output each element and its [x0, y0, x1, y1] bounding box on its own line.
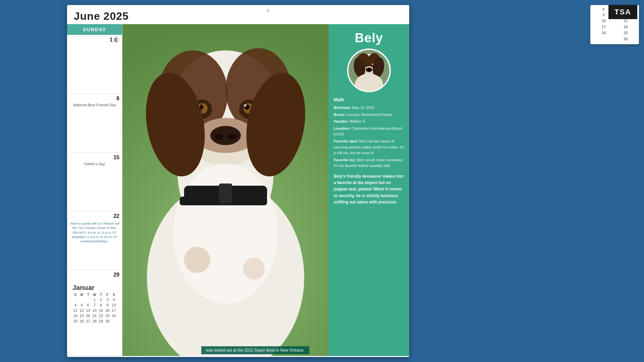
mini-col-s2: S — [111, 293, 117, 297]
week-2-event: National Best Friends Day — [70, 103, 119, 107]
mini-r5c4: 28 — [92, 319, 97, 323]
week-2-cell: 8 National Best Friends Day — [67, 94, 122, 152]
dog-svg-illustration — [122, 24, 329, 356]
mini-cal-month-label: Januar — [72, 284, 117, 292]
mini-col-m: M — [79, 293, 85, 297]
bottom-bar-text: was tested out at the 2012 Super Bowl in… — [201, 346, 309, 354]
fav-spot-row: Favorite spot: Bely has two years of sec… — [334, 138, 404, 156]
dog-avatar-svg — [348, 49, 389, 92]
cursor-indicator — [267, 9, 269, 12]
calendar-sidebar: SUNDAY 1 8 National Best Friends Day 15 … — [67, 24, 122, 356]
right-r4c2: 25 — [615, 30, 637, 36]
mini-r5c6: 30 — [105, 319, 110, 323]
birthdate-label: Birthdate: — [334, 106, 351, 110]
mini-r5c2: 26 — [79, 319, 85, 323]
svg-point-10 — [228, 134, 236, 140]
calendar-body: SUNDAY 1 8 National Best Friends Day 15 … — [67, 24, 409, 356]
mini-r1c3 — [85, 297, 91, 302]
week-1-day-number: 1 — [110, 37, 113, 43]
week-4-day-number: 22 — [70, 213, 119, 219]
mini-r3c7: 17 — [111, 308, 117, 313]
mini-r3c4: 14 — [92, 308, 97, 313]
fav-toy-row: Favorite toy: Bely would move mountains … — [334, 157, 404, 169]
mini-r5c1: 25 — [72, 319, 78, 323]
right-r3c1: 17 — [593, 24, 614, 29]
handler-label: Handler: — [334, 119, 349, 123]
mini-r1c5: 2 — [98, 297, 104, 302]
mini-r2c3: 6 — [85, 303, 91, 307]
mini-r4c3: 20 — [85, 313, 91, 318]
mini-r5c5: 29 — [98, 319, 104, 323]
day-column-header: SUNDAY — [67, 24, 122, 35]
svg-point-9 — [215, 134, 223, 140]
dog-photo — [122, 24, 329, 356]
mini-col-s1: S — [72, 293, 78, 297]
mini-r4c2: 19 — [79, 313, 85, 318]
right-r4c1: 24 — [593, 30, 614, 36]
week-1-cell: 1 — [67, 35, 122, 94]
mini-r4c6: 23 — [105, 313, 110, 318]
mini-r3c3: 13 — [85, 308, 91, 313]
mini-r2c4: 7 — [92, 303, 97, 307]
mini-r5c7 — [111, 319, 117, 323]
mini-cal-grid: S M T W T F S 1 2 3 4 — [72, 293, 117, 323]
birthdate-value: May 15, 2021 — [352, 106, 375, 110]
breed-label: Breed: — [334, 113, 345, 117]
main-image-area — [122, 24, 329, 356]
mini-r2c6: 9 — [105, 303, 110, 307]
mini-r1c4: 1 — [92, 297, 97, 302]
mini-r4c5: 22 — [98, 313, 104, 318]
week-4-event: Need to speak with us? Please call the T… — [70, 221, 119, 243]
mini-col-f: F — [105, 293, 110, 297]
fav-spot-label: Favorite spot: — [334, 139, 358, 143]
mini-r4c1: 18 — [72, 313, 78, 318]
calendar-container: June 2025 SUNDAY 1 8 National Best Frien… — [67, 5, 409, 357]
breed-value: German Shorthaired Pointer — [346, 113, 393, 117]
handler-row: Handler: William S. — [334, 119, 404, 125]
week-5-day-number: 29 — [70, 272, 119, 278]
dog-gender: Male — [334, 97, 344, 102]
tsa-badge: TSA — [608, 5, 637, 19]
dog-bio: Bely's friendly demeanor makes him a fav… — [334, 173, 404, 205]
week-3-day-number: 15 — [70, 155, 119, 161]
mini-col-t1: T — [85, 293, 91, 297]
birthdate-row: Birthdate: May 15, 2021 — [334, 105, 404, 111]
week-5-cell: 29 Januar S M T W T F S — [67, 270, 122, 356]
mini-r3c1: 11 — [72, 308, 78, 313]
dog-info-panel: Bely — [329, 24, 409, 356]
week-2-day-number: 8 — [70, 96, 119, 102]
mini-r1c7: 4 — [111, 297, 117, 302]
svg-point-18 — [244, 104, 247, 107]
mini-r3c5: 15 — [98, 308, 104, 313]
handler-value: William S. — [350, 119, 366, 123]
dog-name: Bely — [355, 31, 383, 45]
mini-r1c6: 3 — [105, 297, 110, 302]
svg-point-32 — [366, 68, 372, 72]
breed-row: Breed: German Shorthaired Pointer — [334, 112, 404, 118]
mini-january-calendar: Januar S M T W T F S 1 2 — [70, 281, 119, 326]
right-r5c2: 30 — [615, 36, 637, 42]
bottom-info-bar: was tested out at the 2012 Super Bowl in… — [201, 346, 329, 354]
location-row: Location: Charleston International Airpo… — [334, 126, 404, 137]
dog-avatar — [347, 49, 391, 92]
svg-point-26 — [243, 258, 265, 280]
mini-r4c7: 24 — [111, 313, 117, 318]
svg-point-25 — [184, 247, 210, 273]
mini-r3c2: 12 — [79, 308, 85, 313]
mini-r2c1: 4 — [72, 303, 78, 307]
right-r3c2: 18 — [615, 24, 637, 29]
mini-col-w: W — [92, 293, 97, 297]
mini-r1c1 — [72, 297, 78, 302]
mini-r2c2: 5 — [79, 303, 85, 307]
fav-toy-label: Favorite toy: — [334, 158, 356, 162]
mini-r1c2 — [79, 297, 85, 302]
svg-point-8 — [210, 126, 241, 145]
mini-r4c4: 21 — [92, 313, 97, 318]
svg-rect-24 — [219, 183, 232, 203]
week-4-cell: 22 Need to speak with us? Please call th… — [67, 211, 122, 270]
calendar-month-year: June 2025 — [67, 5, 409, 24]
dog-info-section: Birthdate: May 15, 2021 Breed: German Sh… — [334, 105, 404, 170]
mini-r5c3: 27 — [85, 319, 91, 323]
right-r5c1 — [593, 36, 614, 42]
half-circle-icon — [114, 37, 119, 43]
